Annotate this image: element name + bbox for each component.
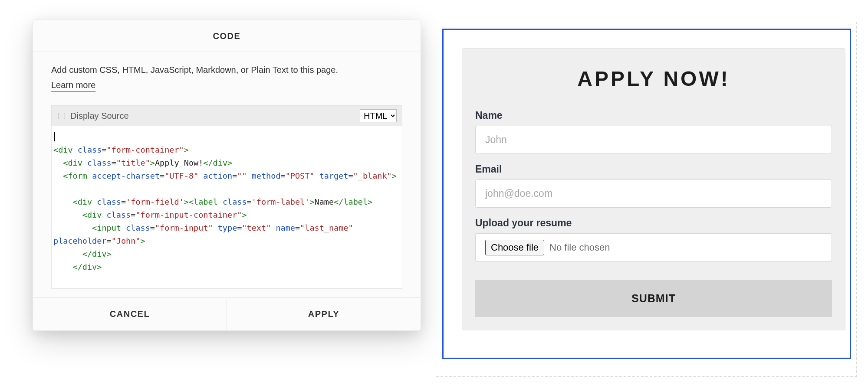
email-label: Email	[475, 163, 832, 175]
file-status-text: No file chosen	[549, 242, 610, 253]
dialog-body: Add custom CSS, HTML, JavaScript, Markdo…	[33, 52, 421, 297]
choose-file-button[interactable]: Choose file	[485, 240, 544, 255]
upload-label: Upload your resume	[475, 217, 832, 229]
email-field: Email	[475, 163, 832, 208]
name-field: Name	[475, 110, 832, 154]
apply-button[interactable]: APPLY	[227, 298, 421, 330]
preview-pane: APPLY NOW! Name Email Upload your resume…	[436, 22, 857, 377]
code-dialog: CODE Add custom CSS, HTML, JavaScript, M…	[33, 20, 421, 331]
file-input-row: Choose file No file chosen	[475, 233, 832, 262]
dialog-description: Add custom CSS, HTML, JavaScript, Markdo…	[51, 65, 402, 75]
upload-field: Upload your resume Choose file No file c…	[475, 217, 832, 262]
cancel-button[interactable]: CANCEL	[33, 298, 227, 330]
name-input[interactable]	[475, 126, 832, 154]
email-input[interactable]	[475, 179, 832, 208]
code-editor[interactable]: <div class="form-container"> <div class=…	[51, 126, 402, 289]
form-container: APPLY NOW! Name Email Upload your resume…	[462, 48, 845, 330]
editor-toolbar: Display Source HTML	[51, 105, 402, 126]
dialog-footer: CANCEL APPLY	[33, 297, 421, 330]
dialog-title: CODE	[33, 20, 421, 52]
name-label: Name	[475, 110, 832, 121]
learn-more-link[interactable]: Learn more	[51, 80, 95, 91]
language-select[interactable]: HTML	[360, 109, 397, 122]
selection-outline: APPLY NOW! Name Email Upload your resume…	[442, 29, 851, 359]
form-title: APPLY NOW!	[475, 67, 832, 91]
display-source-checkbox-icon[interactable]	[59, 113, 65, 119]
display-source-label: Display Source	[70, 111, 129, 121]
submit-button[interactable]: SUBMIT	[475, 280, 832, 317]
